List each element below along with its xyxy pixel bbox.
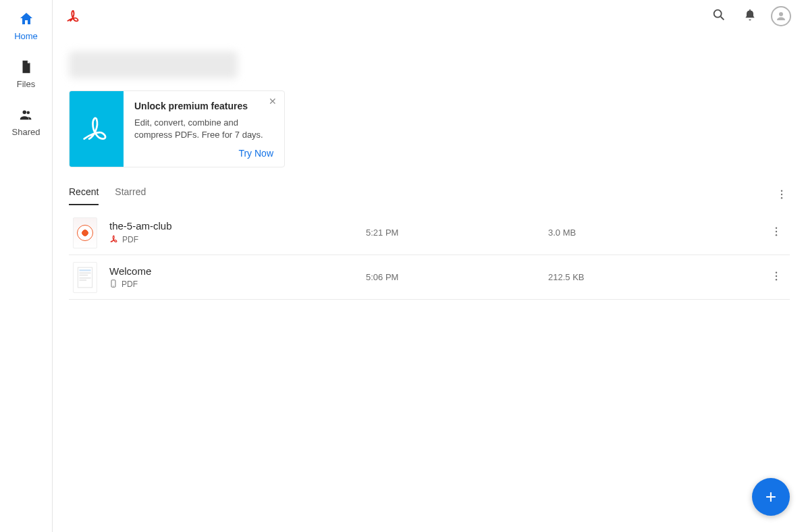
- svg-rect-14: [80, 280, 87, 281]
- file-type-label: PDF: [122, 280, 138, 289]
- shared-icon: [18, 107, 34, 123]
- content: ✕ Unlock premium features Edit, convert,…: [53, 32, 806, 532]
- svg-point-5: [781, 197, 782, 198]
- sidebar-item-label: Shared: [12, 127, 41, 137]
- svg-point-3: [781, 190, 782, 192]
- svg-rect-10: [80, 269, 91, 271]
- file-thumbnail: [73, 217, 97, 248]
- svg-rect-12: [80, 275, 88, 276]
- profile-button[interactable]: [770, 5, 792, 28]
- sidebar-item-files[interactable]: Files: [0, 56, 52, 92]
- home-icon: [18, 11, 34, 27]
- file-size: 3.0 MB: [548, 228, 710, 238]
- file-type-label: PDF: [122, 235, 138, 244]
- file-overflow-button[interactable]: [768, 225, 784, 241]
- device-source-icon: [109, 280, 117, 290]
- search-button[interactable]: [707, 5, 730, 28]
- tabs-overflow-button[interactable]: [774, 188, 790, 204]
- sidebar: Home Files Shared: [0, 0, 53, 532]
- file-row[interactable]: Welcome PDF 5:06 PM 212.5 KB: [69, 255, 790, 300]
- file-time: 5:06 PM: [366, 272, 548, 282]
- svg-point-17: [776, 271, 777, 273]
- avatar-icon: [771, 6, 791, 26]
- search-icon: [711, 7, 726, 25]
- svg-point-6: [776, 227, 777, 228]
- file-name: Welcome: [109, 265, 366, 277]
- topbar: [53, 0, 806, 32]
- tab-starred[interactable]: Starred: [115, 186, 146, 205]
- acrobat-logo-icon: [66, 9, 81, 24]
- tab-recent[interactable]: Recent: [69, 186, 99, 205]
- promo-description: Edit, convert, combine and compress PDFs…: [134, 117, 273, 141]
- svg-rect-11: [80, 272, 91, 273]
- bell-icon: [743, 8, 757, 24]
- file-list: the-5-am-club PDF 5:21 PM 3.0 MB: [69, 211, 790, 300]
- sidebar-item-label: Files: [17, 79, 35, 89]
- file-thumbnail: [73, 262, 97, 293]
- promo-try-now-link[interactable]: Try Now: [134, 148, 273, 159]
- file-icon: [18, 59, 34, 75]
- svg-point-19: [776, 279, 777, 280]
- welcome-banner-blurred: [69, 51, 238, 78]
- file-name: the-5-am-club: [109, 220, 366, 232]
- svg-point-7: [776, 231, 777, 232]
- acrobat-white-icon: [82, 114, 111, 144]
- svg-point-18: [776, 275, 777, 277]
- svg-line-1: [721, 17, 724, 20]
- add-fab-button[interactable]: +: [752, 478, 790, 516]
- svg-point-0: [714, 10, 722, 18]
- kebab-icon: [770, 225, 782, 240]
- promo-graphic: [70, 91, 124, 167]
- svg-rect-13: [80, 277, 91, 279]
- file-size: 212.5 KB: [548, 272, 710, 282]
- promo-title: Unlock premium features: [134, 101, 273, 111]
- promo-close-button[interactable]: ✕: [267, 97, 279, 109]
- sidebar-item-label: Home: [14, 31, 38, 41]
- plus-icon: +: [765, 487, 776, 506]
- main-area: ✕ Unlock premium features Edit, convert,…: [53, 0, 806, 532]
- tabs-row: Recent Starred: [69, 186, 790, 205]
- svg-point-2: [779, 12, 783, 16]
- sidebar-item-shared[interactable]: Shared: [0, 104, 52, 140]
- file-overflow-button[interactable]: [768, 269, 784, 286]
- notifications-button[interactable]: [738, 5, 761, 28]
- promo-card: ✕ Unlock premium features Edit, convert,…: [69, 90, 285, 167]
- kebab-icon: [776, 188, 788, 203]
- close-icon: ✕: [269, 96, 277, 107]
- file-time: 5:21 PM: [366, 228, 548, 238]
- kebab-icon: [770, 270, 782, 285]
- svg-point-4: [781, 194, 782, 195]
- svg-point-16: [113, 286, 113, 286]
- file-row[interactable]: the-5-am-club PDF 5:21 PM 3.0 MB: [69, 211, 790, 255]
- pdf-source-icon: [109, 234, 118, 245]
- sidebar-item-home[interactable]: Home: [0, 8, 52, 44]
- svg-point-8: [776, 234, 777, 236]
